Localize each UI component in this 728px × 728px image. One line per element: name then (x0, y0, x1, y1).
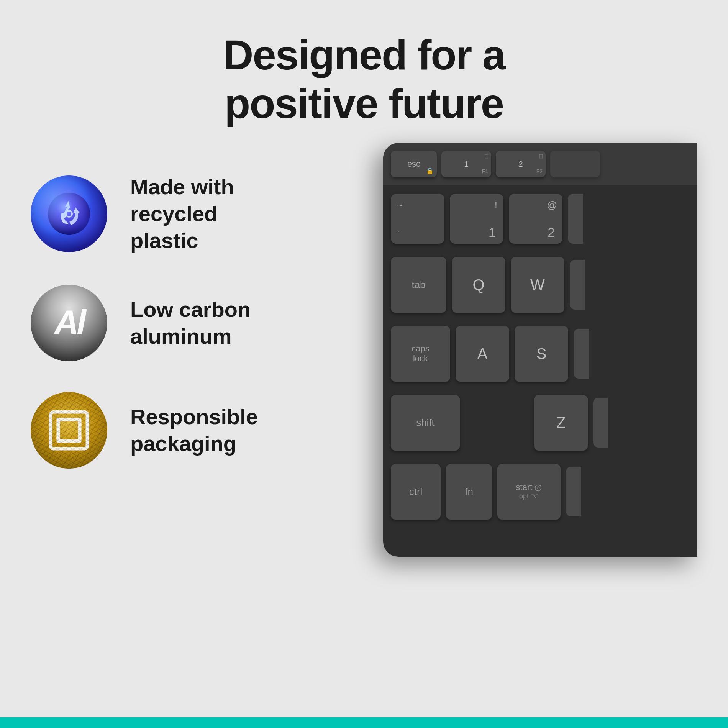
keyboard-asdf-row: capslock A S (383, 321, 697, 386)
key-ctrl: ctrl (391, 464, 441, 520)
aluminum-icon: Al (31, 285, 107, 361)
key-partial-c (566, 467, 581, 516)
keyboard-top-bar: esc 🔒 1 F1 ⎕ 2 F2 ⎕ (383, 143, 697, 185)
lock-badge: 🔒 (426, 167, 434, 174)
keyboard-zxcv-row: shift Z (383, 390, 697, 455)
svg-rect-8 (51, 412, 87, 449)
keyboard-bottom-row: ctrl fn start ◎ opt ⌥ (383, 459, 697, 524)
key-tilde: ~ ` (391, 194, 444, 244)
key-1: ! 1 (450, 194, 503, 244)
svg-point-7 (31, 392, 107, 469)
key-z: Z (534, 395, 588, 451)
key-fn2: 2 F2 ⎕ (496, 151, 546, 177)
feature-recycled-plastic: Made with recycled plastic (31, 174, 268, 254)
responsible-packaging-label: Responsible packaging (130, 403, 258, 457)
recycled-plastic-icon (31, 175, 107, 252)
keyboard-body: esc 🔒 1 F1 ⎕ 2 F2 ⎕ (383, 143, 697, 557)
page-wrapper: Designed for a positive future (0, 0, 728, 728)
key-shift: shift (391, 395, 460, 451)
key-w: W (511, 257, 564, 313)
feature-responsible-packaging: Responsible packaging (31, 392, 268, 469)
key-a: A (456, 326, 509, 382)
title-line1: Designed for a (223, 31, 505, 78)
key-fn-bottom: fn (446, 464, 492, 520)
key-s: S (515, 326, 568, 382)
key-partial-x (593, 398, 608, 448)
keyboard-section: esc 🔒 1 F1 ⎕ 2 F2 ⎕ (291, 158, 697, 557)
bottom-bar (0, 717, 728, 728)
key-q: Q (452, 257, 505, 313)
svg-rect-9 (58, 420, 80, 441)
recycled-plastic-label: Made with recycled plastic (130, 174, 268, 254)
key-fn3 (550, 151, 600, 177)
title-section: Designed for a positive future (31, 31, 697, 128)
low-carbon-aluminum-label: Low carbon aluminum (130, 296, 251, 350)
title-line2: positive future (225, 80, 503, 127)
key-partial-d (574, 329, 589, 379)
main-title: Designed for a positive future (31, 31, 697, 128)
key-tab: tab (391, 257, 446, 313)
svg-point-6 (31, 392, 107, 469)
main-content: Designed for a positive future (0, 0, 728, 728)
keyboard-container: esc 🔒 1 F1 ⎕ 2 F2 ⎕ (383, 143, 697, 557)
features-section: Made with recycled plastic (31, 158, 268, 469)
svg-text:Al: Al (53, 303, 87, 342)
key-partial-e (570, 260, 585, 310)
key-partial-3 (568, 194, 583, 244)
aluminum-svg-icon: Al (31, 285, 107, 361)
svg-point-1 (66, 211, 72, 217)
key-esc: esc 🔒 (391, 151, 437, 177)
packaging-svg-icon (31, 392, 107, 469)
svg-point-0 (48, 193, 90, 235)
key-fn1: 1 F1 ⎕ (441, 151, 491, 177)
keyboard-num-row: ~ ` ! 1 @ 2 (383, 189, 697, 248)
key-caps-lock: capslock (391, 326, 450, 382)
content-row: Made with recycled plastic (31, 158, 697, 705)
key-2: @ 2 (509, 194, 562, 244)
feature-low-carbon-aluminum: Al Low carbon aluminum (31, 285, 268, 361)
packaging-icon (31, 392, 107, 469)
key-start: start ◎ opt ⌥ (497, 464, 561, 520)
keyboard-qwerty-row: tab Q W (383, 252, 697, 317)
recycle-svg-icon (48, 193, 90, 235)
